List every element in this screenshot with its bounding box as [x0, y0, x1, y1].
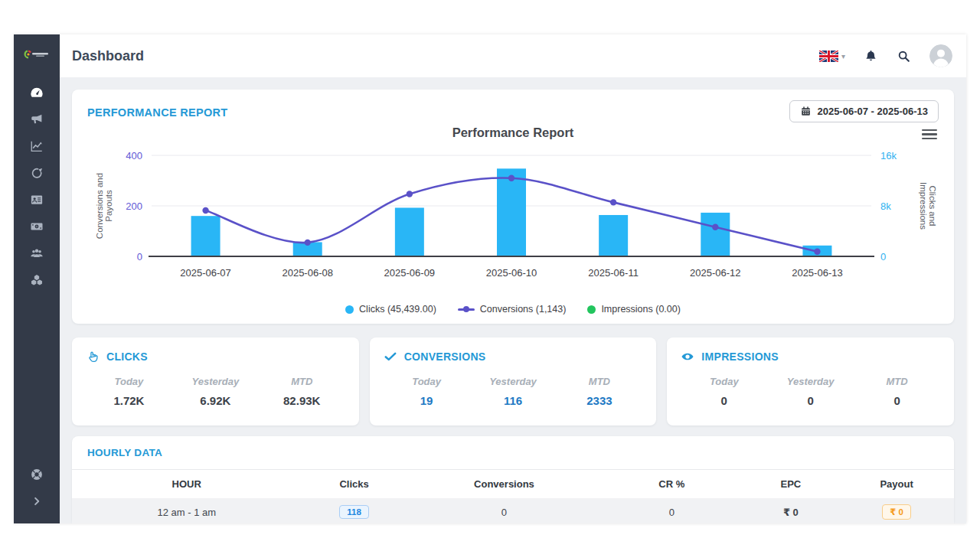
data-point — [814, 249, 820, 255]
sidebar-bottom — [14, 462, 60, 516]
legend-item[interactable]: Impressions (0.00) — [587, 304, 681, 315]
stats-row: CLICKSToday1.72KYesterday6.92KMTD82.93KC… — [72, 337, 954, 425]
stat-col-value: 0 — [854, 394, 940, 407]
stat-col-value: 6.92K — [172, 394, 259, 407]
conversions-cell: 0 — [407, 498, 601, 523]
sidebar-item-expand[interactable] — [14, 489, 60, 516]
date-range-value: 2025-06-07 - 2025-06-13 — [817, 106, 928, 117]
money-bill-icon — [30, 220, 44, 236]
data-point — [305, 240, 311, 246]
id-card-icon — [30, 193, 44, 210]
cubes-icon — [30, 273, 44, 290]
svg-text:2025-06-11: 2025-06-11 — [588, 267, 639, 279]
stat-col-value: 116 — [470, 394, 557, 407]
app-window: Dashboard ▾ — [14, 34, 966, 523]
hour-cell: 12 am - 1 am — [72, 498, 302, 523]
user-avatar-icon — [929, 44, 952, 67]
stat-card-impressions: IMPRESSIONSToday0Yesterday0MTD0 — [667, 337, 954, 425]
svg-text:2025-06-07: 2025-06-07 — [180, 267, 230, 279]
sidebar-item-dashboard[interactable] — [14, 80, 60, 107]
bar — [599, 215, 628, 256]
stat-card-head: CLICKS — [86, 350, 345, 364]
legend-circle-marker — [345, 305, 354, 314]
legend-line-marker — [458, 308, 475, 311]
sidebar-item-reports[interactable] — [14, 134, 60, 161]
stat-col-label: MTD — [854, 376, 940, 387]
stat-col-value: 82.93K — [259, 394, 345, 407]
stat-card-label: CONVERSIONS — [404, 350, 486, 363]
table-row: 12 am - 1 am11800₹ 0₹ 0 — [72, 498, 954, 523]
data-point — [202, 207, 208, 214]
report-section-title: PERFORMANCE REPORT — [87, 100, 227, 119]
epc-cell: ₹ 0 — [743, 498, 840, 523]
sidebar-item-offers[interactable] — [14, 161, 60, 187]
stat-col-label: Today — [681, 376, 767, 387]
chevron-down-icon: ▾ — [841, 52, 845, 60]
legend-item[interactable]: Clicks (45,439.00) — [345, 304, 436, 315]
stat-col: Today0 — [681, 376, 767, 407]
hourly-col-header: Payout — [839, 470, 954, 499]
stat-card-head: IMPRESSIONS — [681, 350, 940, 364]
stat-col-value: 0 — [681, 394, 767, 407]
content: PERFORMANCE REPORT 2025-06-07 - 2025-06-… — [60, 77, 966, 523]
topbar-actions: ▾ — [819, 44, 952, 67]
speedometer-icon — [29, 85, 44, 103]
sidebar-item-payments[interactable] — [14, 214, 60, 241]
stat-col-value: 1.72K — [86, 394, 172, 407]
chart-menu-icon[interactable] — [922, 127, 937, 142]
stat-col: Yesterday0 — [767, 376, 854, 407]
life-ring-icon — [30, 468, 44, 484]
language-selector[interactable]: ▾ — [819, 51, 845, 62]
chart-block: Performance Report 020040008k16k2025-06-… — [87, 126, 939, 315]
cr-cell: 0 — [601, 498, 742, 523]
date-range-picker[interactable]: 2025-06-07 - 2025-06-13 — [789, 100, 939, 122]
sidebar-nav — [14, 80, 60, 295]
search-icon[interactable] — [897, 49, 911, 64]
stat-card-clicks: CLICKSToday1.72KYesterday6.92KMTD82.93K — [72, 337, 359, 425]
chart-title: Performance Report — [87, 126, 939, 140]
sidebar-item-apps[interactable] — [14, 268, 60, 295]
svg-text:400: 400 — [126, 150, 142, 161]
data-point — [508, 175, 514, 181]
report-card-head: PERFORMANCE REPORT 2025-06-07 - 2025-06-… — [87, 100, 939, 122]
svg-text:2025-06-12: 2025-06-12 — [690, 267, 741, 279]
main-area: Dashboard ▾ — [60, 34, 966, 523]
hourly-table-header: HOURClicksConversionsCR %EPCPayout — [72, 470, 954, 499]
hourly-col-header: HOUR — [72, 470, 302, 499]
svg-text:2025-06-08: 2025-06-08 — [282, 267, 333, 279]
performance-chart: 020040008k16k2025-06-072025-06-082025-06… — [87, 143, 939, 295]
svg-text:2025-06-09: 2025-06-09 — [384, 267, 436, 279]
data-point — [712, 224, 718, 230]
eye-icon — [681, 350, 694, 364]
sidebar-item-account[interactable] — [14, 187, 60, 214]
stat-col-label: MTD — [556, 376, 642, 387]
stat-card-head: CONVERSIONS — [384, 350, 643, 364]
legend-circle-marker — [587, 305, 596, 314]
legend-label: Clicks (45,439.00) — [359, 304, 436, 315]
sidebar-item-campaigns[interactable] — [14, 107, 60, 134]
stat-col-label: MTD — [259, 376, 345, 387]
sidebar — [14, 34, 60, 523]
avatar[interactable] — [929, 44, 952, 67]
page-title: Dashboard — [72, 48, 144, 64]
sidebar-item-support[interactable] — [14, 462, 60, 489]
stat-col: MTD2333 — [556, 376, 642, 407]
stat-col: Yesterday6.92K — [172, 376, 259, 407]
hourly-col-header: CR % — [601, 470, 742, 499]
stat-col-label: Today — [86, 376, 172, 387]
stat-col: MTD0 — [854, 376, 940, 407]
bar — [395, 207, 424, 256]
stat-card-label: CLICKS — [106, 350, 148, 363]
bell-icon[interactable] — [864, 49, 878, 64]
sidebar-item-team[interactable] — [14, 241, 60, 268]
performance-report-card: PERFORMANCE REPORT 2025-06-07 - 2025-06-… — [72, 90, 954, 324]
hourly-data-card: HOURLY DATA HOURClicksConversionsCR %EPC… — [72, 436, 954, 523]
check-icon — [384, 350, 397, 364]
topbar: Dashboard ▾ — [60, 34, 966, 77]
brand-logo[interactable] — [14, 34, 60, 74]
stat-col: Today19 — [384, 376, 470, 407]
legend-item[interactable]: Conversions (1,143) — [458, 304, 567, 315]
svg-text:8k: 8k — [880, 201, 891, 212]
stat-col-value: 0 — [767, 394, 854, 407]
hourly-col-header: Conversions — [407, 470, 601, 499]
